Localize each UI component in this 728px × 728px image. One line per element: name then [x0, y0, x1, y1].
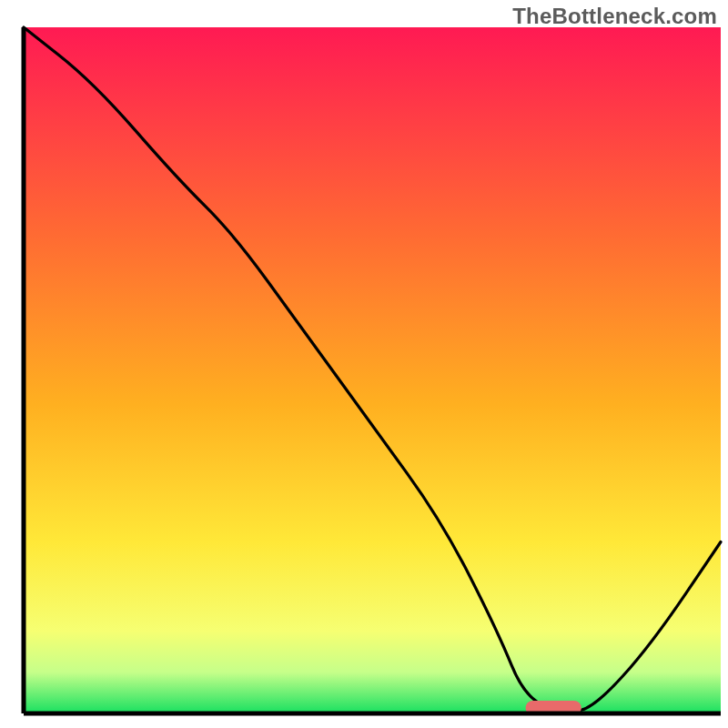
plot-background: [24, 27, 721, 713]
bottleneck-chart: [0, 0, 728, 728]
chart-container: { "watermark": "TheBottleneck.com", "cha…: [0, 0, 728, 728]
watermark-text: TheBottleneck.com: [512, 4, 717, 29]
